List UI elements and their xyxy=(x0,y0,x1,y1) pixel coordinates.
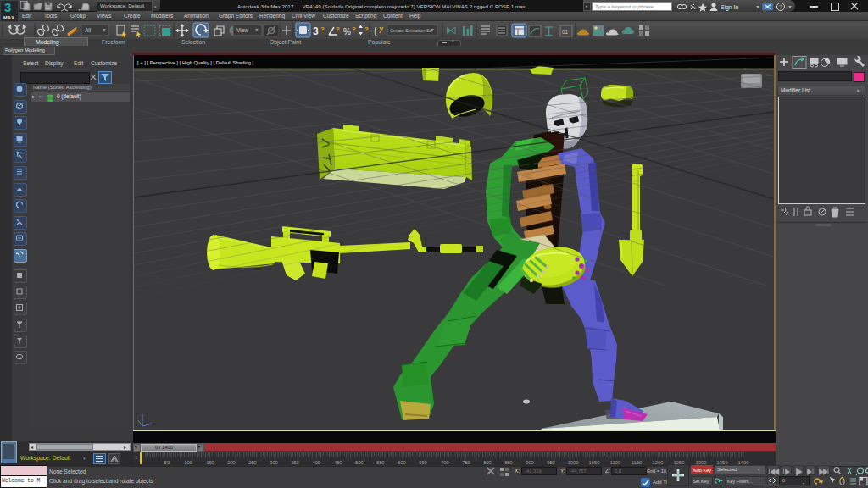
svg-text:[ + ] [ Perspective ] [ High Q: [ + ] [ Perspective ] [ High Quality ] [… xyxy=(137,60,253,65)
svg-text:200: 200 xyxy=(227,460,236,465)
svg-text:3: 3 xyxy=(313,25,319,37)
svg-text:?: ? xyxy=(364,25,369,33)
svg-text:550: 550 xyxy=(376,460,385,465)
svg-text:1400: 1400 xyxy=(738,460,749,465)
svg-text:500: 500 xyxy=(355,460,364,465)
svg-text:1100: 1100 xyxy=(610,460,620,465)
svg-text:800: 800 xyxy=(483,460,492,465)
svg-text:?: ? xyxy=(336,25,340,33)
svg-text:1350: 1350 xyxy=(717,460,728,465)
svg-text:350: 350 xyxy=(291,460,299,465)
svg-text:750: 750 xyxy=(462,460,470,465)
svg-text:300: 300 xyxy=(270,460,278,465)
svg-text:?: ? xyxy=(779,4,782,10)
svg-text:Sign In: Sign In xyxy=(721,4,738,11)
svg-text:950: 950 xyxy=(547,460,555,465)
svg-text:{: { xyxy=(374,26,377,36)
svg-text:?: ? xyxy=(320,25,325,33)
svg-text:400: 400 xyxy=(312,460,320,465)
svg-text:100: 100 xyxy=(184,460,192,465)
svg-text:600: 600 xyxy=(398,460,406,465)
svg-text:Create Selection Se: Create Selection Se xyxy=(390,28,432,33)
svg-text:%: % xyxy=(343,27,351,36)
svg-text:50: 50 xyxy=(164,460,170,465)
svg-text:850: 850 xyxy=(504,460,513,465)
svg-text:All: All xyxy=(85,27,92,33)
svg-text:1300: 1300 xyxy=(696,460,707,465)
svg-text:900: 900 xyxy=(526,460,534,465)
svg-text:450: 450 xyxy=(334,460,342,465)
svg-text:1200: 1200 xyxy=(653,460,664,465)
svg-text:650: 650 xyxy=(419,460,427,465)
svg-text:?: ? xyxy=(352,25,356,33)
svg-text:1050: 1050 xyxy=(589,460,600,465)
svg-text:1: 1 xyxy=(135,455,137,460)
svg-text:1150: 1150 xyxy=(632,460,642,465)
svg-text:1000: 1000 xyxy=(568,460,579,465)
svg-text:View: View xyxy=(236,27,248,33)
svg-text:700: 700 xyxy=(441,460,449,465)
svg-text:250: 250 xyxy=(248,460,257,465)
svg-text:01: 01 xyxy=(562,29,569,35)
svg-text:150: 150 xyxy=(206,460,214,465)
